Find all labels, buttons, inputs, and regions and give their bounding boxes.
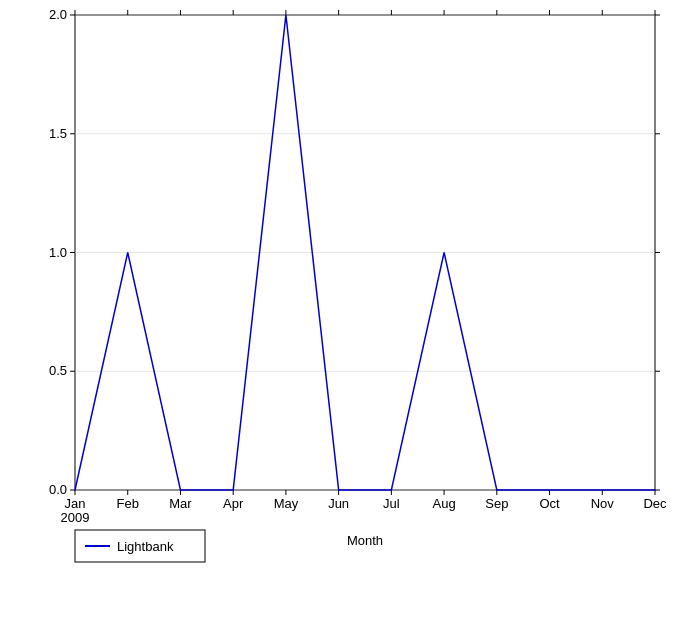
svg-text:Lightbank: Lightbank [117, 539, 174, 554]
svg-text:2009: 2009 [61, 510, 90, 525]
chart-container: 0.00.51.01.52.0Jan2009FebMarAprMayJunJul… [0, 0, 688, 621]
svg-text:Dec: Dec [643, 496, 667, 511]
svg-text:Month: Month [347, 533, 383, 548]
svg-text:Jan: Jan [65, 496, 86, 511]
svg-text:Aug: Aug [433, 496, 456, 511]
svg-text:0.0: 0.0 [49, 482, 67, 497]
svg-text:Oct: Oct [539, 496, 560, 511]
svg-text:Sep: Sep [485, 496, 508, 511]
svg-text:Nov: Nov [591, 496, 615, 511]
svg-text:1.5: 1.5 [49, 126, 67, 141]
svg-text:Feb: Feb [117, 496, 139, 511]
svg-text:2.0: 2.0 [49, 7, 67, 22]
svg-text:Jul: Jul [383, 496, 400, 511]
svg-text:Apr: Apr [223, 496, 244, 511]
svg-text:Mar: Mar [169, 496, 192, 511]
line-chart: 0.00.51.01.52.0Jan2009FebMarAprMayJunJul… [0, 0, 688, 621]
svg-text:0.5: 0.5 [49, 363, 67, 378]
svg-text:Jun: Jun [328, 496, 349, 511]
svg-text:1.0: 1.0 [49, 245, 67, 260]
svg-text:May: May [274, 496, 299, 511]
